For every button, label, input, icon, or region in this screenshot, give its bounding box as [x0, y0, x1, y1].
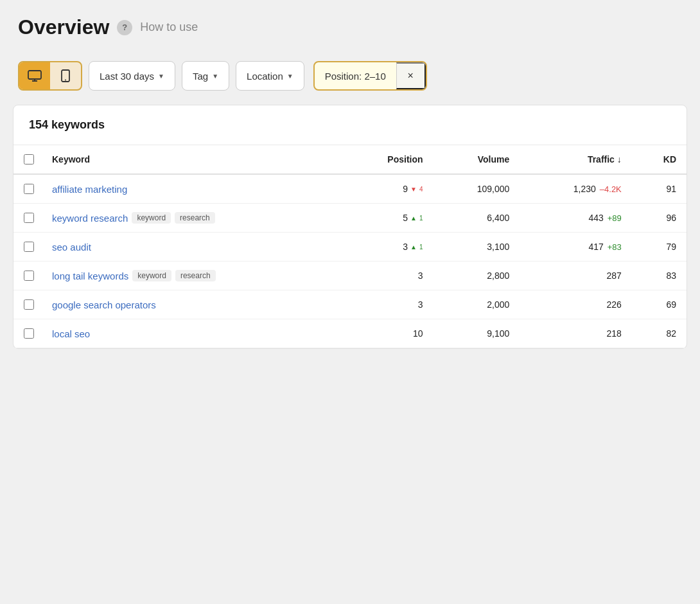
- keyword-cell: google search operators: [42, 290, 342, 319]
- kd-cell: 69: [632, 290, 687, 319]
- row-checkbox-cell: [13, 174, 42, 204]
- keyword-link[interactable]: affiliate marketing: [52, 184, 127, 195]
- position-cell: 5▲1: [342, 204, 433, 233]
- row-checkbox[interactable]: [24, 213, 34, 223]
- keyword-cell: long tail keywordskeywordresearch: [42, 262, 342, 290]
- kd-cell: 96: [632, 204, 687, 233]
- keyword-cell: local seo: [42, 319, 342, 348]
- select-all-checkbox[interactable]: [24, 154, 34, 164]
- position-filter-close-button[interactable]: ×: [396, 62, 426, 89]
- col-position: Position: [342, 145, 433, 174]
- row-checkbox-cell: [13, 262, 42, 290]
- position-up-arrow: ▲: [410, 244, 417, 251]
- position-change: 1: [419, 215, 423, 222]
- keyword-link[interactable]: local seo: [52, 328, 90, 339]
- desktop-device-button[interactable]: [19, 62, 50, 89]
- tag-badge: keyword: [132, 270, 171, 281]
- how-to-use-link[interactable]: How to use: [140, 21, 198, 34]
- traffic-value: 287: [606, 271, 621, 281]
- traffic-value: 443: [588, 213, 603, 223]
- position-change: 1: [419, 244, 423, 251]
- select-all-checkbox-col: [13, 145, 42, 174]
- position-cell: 3: [342, 290, 433, 319]
- volume-cell: 2,800: [433, 262, 520, 290]
- row-checkbox-cell: [13, 290, 42, 319]
- keywords-count: 154 keywords: [13, 105, 687, 145]
- tag-arrow: ▼: [212, 73, 218, 80]
- keyword-cell: seo audit: [42, 233, 342, 262]
- keywords-table: Keyword Position Volume Traffic ↓ KD aff…: [13, 145, 687, 348]
- traffic-change: +89: [608, 213, 622, 223]
- row-checkbox-cell: [13, 319, 42, 348]
- position-up-arrow: ▲: [410, 215, 417, 222]
- traffic-value: 226: [606, 299, 621, 310]
- table-row: seo audit3▲13,100417+8379: [13, 233, 687, 262]
- row-checkbox-cell: [13, 233, 42, 262]
- position-value: 3: [403, 242, 408, 252]
- table-header-row: Keyword Position Volume Traffic ↓ KD: [13, 145, 687, 174]
- traffic-value: 1,230: [573, 184, 596, 194]
- position-cell: 3: [342, 262, 433, 290]
- mobile-device-button[interactable]: [50, 62, 81, 89]
- close-icon: ×: [408, 70, 414, 82]
- position-down-arrow: ▼: [410, 186, 417, 193]
- traffic-value: 417: [588, 242, 603, 252]
- keyword-cell: affiliate marketing: [42, 174, 342, 204]
- keyword-link[interactable]: seo audit: [52, 242, 91, 253]
- location-arrow: ▼: [287, 73, 293, 80]
- svg-rect-0: [28, 71, 41, 79]
- tag-badge: research: [175, 270, 216, 281]
- keyword-link[interactable]: keyword research: [52, 213, 128, 224]
- keywords-table-wrap: Keyword Position Volume Traffic ↓ KD aff…: [13, 145, 687, 348]
- position-cell: 3▲1: [342, 233, 433, 262]
- position-value: 5: [403, 213, 408, 223]
- volume-cell: 6,400: [433, 204, 520, 233]
- table-body: affiliate marketing9▼4109,0001,230–4.2K9…: [13, 174, 687, 348]
- row-checkbox[interactable]: [24, 184, 34, 194]
- traffic-value: 218: [606, 328, 621, 339]
- traffic-cell: 1,230–4.2K: [520, 174, 632, 204]
- keyword-cell: keyword researchkeywordresearch: [42, 204, 342, 233]
- page-container: Overview ? How to use Last 30 days: [0, 0, 700, 349]
- col-keyword: Keyword: [42, 145, 342, 174]
- position-filter: Position: 2–10 ×: [313, 61, 427, 91]
- row-checkbox[interactable]: [24, 242, 34, 252]
- main-content: 154 keywords Keyword Position Volume Tra…: [13, 105, 687, 349]
- row-checkbox[interactable]: [24, 299, 34, 310]
- traffic-cell: 287: [520, 262, 632, 290]
- date-range-arrow: ▼: [158, 73, 164, 80]
- position-value: 3: [418, 299, 423, 310]
- date-range-button[interactable]: Last 30 days ▼: [89, 61, 175, 91]
- volume-cell: 9,100: [433, 319, 520, 348]
- tag-label: Tag: [193, 71, 208, 82]
- kd-cell: 83: [632, 262, 687, 290]
- date-range-label: Last 30 days: [100, 71, 154, 82]
- table-row: affiliate marketing9▼4109,0001,230–4.2K9…: [13, 174, 687, 204]
- row-checkbox[interactable]: [24, 271, 34, 281]
- location-label: Location: [247, 71, 283, 82]
- device-toggle: [18, 61, 82, 91]
- tag-filter-button[interactable]: Tag ▼: [182, 61, 229, 91]
- traffic-cell: 226: [520, 290, 632, 319]
- volume-cell: 109,000: [433, 174, 520, 204]
- toolbar: Last 30 days ▼ Tag ▼ Location ▼ Position…: [0, 52, 700, 100]
- keyword-link[interactable]: google search operators: [52, 299, 156, 310]
- tag-badge: research: [175, 212, 215, 224]
- traffic-change: –4.2K: [600, 184, 622, 194]
- location-filter-button[interactable]: Location ▼: [236, 61, 304, 91]
- position-filter-label: Position: 2–10: [315, 71, 396, 82]
- table-row: local seo109,10021882: [13, 319, 687, 348]
- table-row: keyword researchkeywordresearch5▲16,4004…: [13, 204, 687, 233]
- volume-cell: 2,000: [433, 290, 520, 319]
- kd-cell: 82: [632, 319, 687, 348]
- traffic-cell: 417+83: [520, 233, 632, 262]
- header: Overview ? How to use: [0, 0, 700, 52]
- keyword-link[interactable]: long tail keywords: [52, 271, 128, 281]
- traffic-change: +83: [608, 242, 622, 252]
- position-value: 3: [418, 271, 423, 281]
- tag-badge: keyword: [132, 212, 171, 224]
- row-checkbox[interactable]: [24, 328, 34, 339]
- position-cell: 9▼4: [342, 174, 433, 204]
- help-icon[interactable]: ?: [117, 20, 132, 35]
- table-row: long tail keywordskeywordresearch32,8002…: [13, 262, 687, 290]
